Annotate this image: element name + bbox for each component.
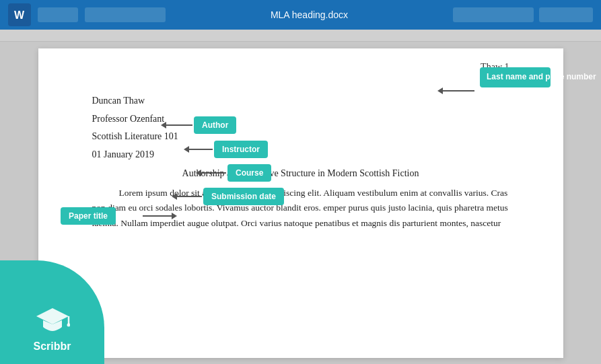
author-line: Duncan Thaw: [92, 92, 509, 110]
course-line: Scottish Literature 101: [92, 128, 509, 146]
svg-text:W: W: [14, 9, 25, 21]
top-bar: W MLA heading.docx: [0, 0, 601, 30]
toolbar-btn-1[interactable]: [38, 7, 78, 22]
instructor-line: Professor Ozenfant: [92, 110, 509, 129]
toolbar-btn-3[interactable]: [453, 7, 534, 22]
arrow-instructor: [188, 149, 213, 150]
arrow-author: [166, 124, 192, 126]
annotation-submission: Submission date: [203, 188, 284, 205]
arrow-course: [201, 172, 226, 174]
annotation-course: Course: [227, 164, 271, 182]
ruler: [0, 30, 601, 42]
document-page: Thaw 1 Duncan Thaw Professor Ozenfant Sc…: [38, 48, 563, 358]
arrow-last-name: [442, 90, 474, 92]
annotation-author: Author: [194, 116, 236, 134]
toolbar-btn-4[interactable]: [539, 7, 593, 22]
document-title: MLA heading.docx: [172, 9, 446, 20]
date-line: 01 January 2019: [92, 146, 509, 164]
annotation-instructor: Instructor: [214, 141, 268, 158]
body-paragraph: Lorem ipsum dolor sit amet, consectetur …: [92, 186, 509, 231]
annotation-last-name: Last name and page number: [480, 67, 551, 87]
mla-heading: Duncan Thaw Professor Ozenfant Scottish …: [92, 92, 509, 163]
word-icon: W: [8, 3, 31, 26]
doc-wrapper: Thaw 1 Duncan Thaw Professor Ozenfant Sc…: [27, 48, 574, 358]
document-area: Thaw 1 Duncan Thaw Professor Ozenfant Sc…: [0, 42, 601, 364]
toolbar-btn-2[interactable]: [85, 7, 166, 22]
scribbr-name: Scribbr: [33, 340, 71, 353]
arrow-paper-title: [143, 215, 172, 217]
arrow-submission: [176, 196, 202, 197]
paper-title: Authorship and Narrative Structure in Mo…: [92, 165, 509, 183]
annotation-paper-title: Paper title: [61, 207, 116, 225]
svg-marker-2: [36, 308, 69, 324]
svg-point-4: [67, 324, 70, 327]
scribbr-icon: [35, 301, 70, 336]
